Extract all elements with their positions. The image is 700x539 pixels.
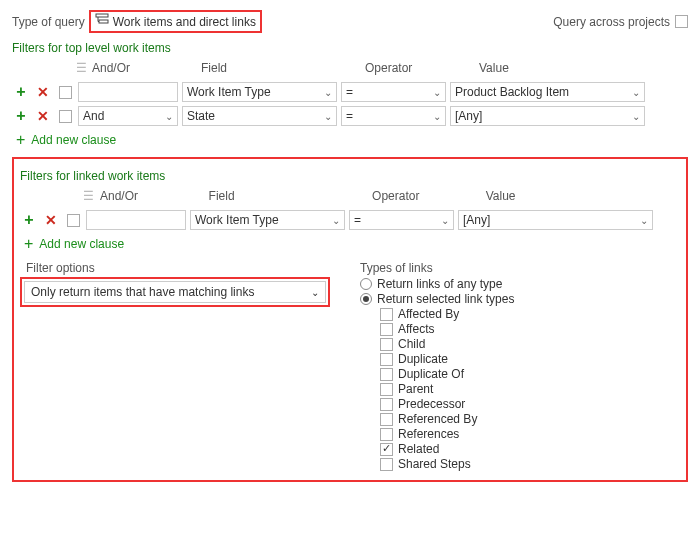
clause-checkbox[interactable] [59,110,72,123]
filter-options-select[interactable]: Only return items that have matching lin… [24,281,326,303]
link-type-checkbox[interactable] [380,338,393,351]
top-clause-row: + ✕ Work Item Type⌄ =⌄ Product Backlog I… [12,81,688,103]
query-type-selector[interactable]: Work items and direct links [89,10,262,33]
link-type-option[interactable]: Child [380,337,680,351]
link-type-checkbox[interactable] [380,443,393,456]
value-select[interactable]: [Any]⌄ [450,106,645,126]
operator-select[interactable]: =⌄ [341,82,446,102]
link-type-label: Related [398,442,439,456]
plus-icon: + [24,235,33,253]
clause-checkbox[interactable] [67,214,80,227]
add-new-clause-link[interactable]: + Add new clause [16,131,688,149]
link-type-option[interactable]: Shared Steps [380,457,680,471]
group-icon: ☰ [82,189,96,203]
link-type-label: References [398,427,459,441]
operator-select[interactable]: =⌄ [341,106,446,126]
header-andor: And/Or [92,61,197,75]
value-select[interactable]: [Any]⌄ [458,210,653,230]
direct-links-icon [95,13,109,30]
radio-any-label: Return links of any type [377,277,502,291]
header-operator: Operator [372,189,482,203]
radio-selected-label: Return selected link types [377,292,514,306]
add-clause-label: Add new clause [31,133,116,147]
query-across-checkbox[interactable] [675,15,688,28]
radio-selected-types[interactable]: Return selected link types [360,292,680,306]
query-across-projects[interactable]: Query across projects [553,15,688,29]
add-clause-button[interactable]: + [12,107,30,125]
linked-filter-headers: ☰ And/Or Field Operator Value [20,185,680,207]
link-type-option[interactable]: Related [380,442,680,456]
chevron-down-icon: ⌄ [632,87,640,98]
link-type-label: Predecessor [398,397,465,411]
link-type-checkbox[interactable] [380,308,393,321]
header-andor: And/Or [100,189,205,203]
group-icon: ☰ [74,61,88,75]
link-type-option[interactable]: Affects [380,322,680,336]
header-field: Field [209,189,368,203]
add-clause-button[interactable]: + [20,211,38,229]
add-clause-label: Add new clause [39,237,124,251]
link-type-checkbox[interactable] [380,428,393,441]
linked-filters-panel: Filters for linked work items ☰ And/Or F… [12,157,688,482]
link-type-label: Referenced By [398,412,477,426]
clause-checkbox[interactable] [59,86,72,99]
delete-clause-button[interactable]: ✕ [34,83,52,101]
add-clause-button[interactable]: + [12,83,30,101]
chevron-down-icon: ⌄ [324,111,332,122]
link-type-option[interactable]: Duplicate [380,352,680,366]
radio-any-type[interactable]: Return links of any type [360,277,680,291]
link-type-option[interactable]: Predecessor [380,397,680,411]
radio-icon [360,278,372,290]
link-type-label: Duplicate [398,352,448,366]
andor-select[interactable] [78,82,178,102]
top-clause-row: + ✕ And⌄ State⌄ =⌄ [Any]⌄ [12,105,688,127]
link-type-option[interactable]: Referenced By [380,412,680,426]
chevron-down-icon: ⌄ [433,87,441,98]
link-type-option[interactable]: Duplicate Of [380,367,680,381]
field-select[interactable]: Work Item Type⌄ [182,82,337,102]
field-select[interactable]: State⌄ [182,106,337,126]
value-select[interactable]: Product Backlog Item⌄ [450,82,645,102]
operator-select[interactable]: =⌄ [349,210,454,230]
link-type-checkbox[interactable] [380,458,393,471]
add-new-clause-link[interactable]: + Add new clause [24,235,680,253]
andor-select[interactable]: And⌄ [78,106,178,126]
delete-clause-button[interactable]: ✕ [42,211,60,229]
link-type-checkbox[interactable] [380,383,393,396]
chevron-down-icon: ⌄ [332,215,340,226]
header-value: Value [479,61,674,75]
link-types-section: Types of links Return links of any type … [360,261,680,472]
link-type-label: Affected By [398,307,459,321]
header-value: Value [486,189,680,203]
link-type-label: Affects [398,322,434,336]
chevron-down-icon: ⌄ [324,87,332,98]
link-type-option[interactable]: References [380,427,680,441]
type-of-query-label: Type of query [12,15,85,29]
chevron-down-icon: ⌄ [433,111,441,122]
linked-filters-title: Filters for linked work items [20,169,680,183]
svg-rect-1 [99,20,108,23]
query-across-label: Query across projects [553,15,670,29]
link-type-label: Parent [398,382,433,396]
top-filter-headers: ☰ And/Or Field Operator Value [12,57,688,79]
link-type-option[interactable]: Parent [380,382,680,396]
delete-clause-button[interactable]: ✕ [34,107,52,125]
filter-options-label: Filter options [26,261,330,275]
link-type-checkbox[interactable] [380,398,393,411]
query-type-value: Work items and direct links [113,15,256,29]
header-operator: Operator [365,61,475,75]
plus-icon: + [16,131,25,149]
chevron-down-icon: ⌄ [311,287,319,298]
filter-options-section: Filter options Only return items that ha… [20,261,330,472]
link-type-label: Duplicate Of [398,367,464,381]
link-type-option[interactable]: Affected By [380,307,680,321]
link-type-checkbox[interactable] [380,368,393,381]
andor-select[interactable] [86,210,186,230]
chevron-down-icon: ⌄ [165,111,173,122]
link-type-checkbox[interactable] [380,323,393,336]
field-select[interactable]: Work Item Type⌄ [190,210,345,230]
header-field: Field [201,61,361,75]
link-type-label: Child [398,337,425,351]
link-type-checkbox[interactable] [380,413,393,426]
link-type-checkbox[interactable] [380,353,393,366]
